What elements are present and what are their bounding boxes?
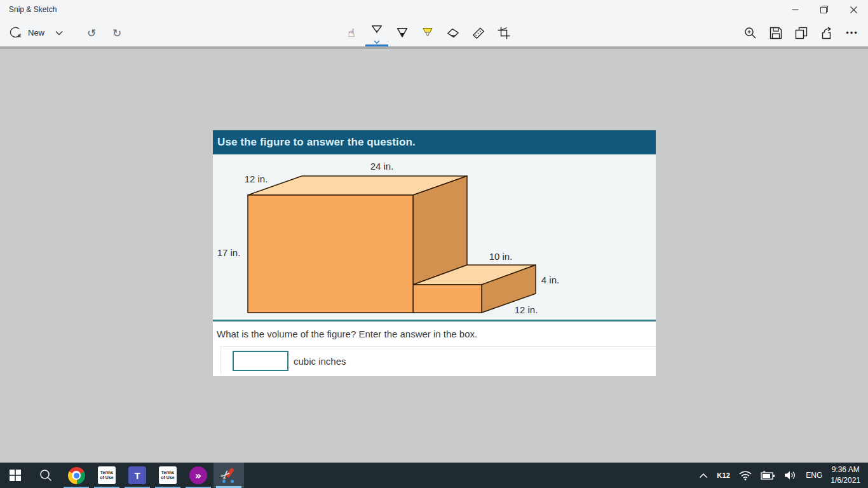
chevron-up-icon [699, 473, 708, 478]
new-snip-icon[interactable] [8, 25, 24, 41]
taskbar-item-purple-app[interactable]: » [183, 463, 214, 488]
zoom-button[interactable] [738, 19, 763, 46]
show-hidden-icons-button[interactable] [695, 463, 712, 488]
touch-writing-icon: ☝ [348, 26, 355, 39]
new-button[interactable]: New [28, 28, 44, 37]
teams-icon: T [128, 466, 146, 484]
minimize-icon [792, 6, 799, 13]
chrome-icon [68, 467, 85, 484]
figure-panel: 24 in. 12 in. 17 in. 10 in. 4 in. 12 in. [213, 154, 656, 320]
undo-button[interactable]: ↺ [79, 27, 104, 39]
copy-button[interactable] [789, 19, 814, 46]
taskbar-item-snip-sketch[interactable]: ✂ [214, 463, 244, 488]
taskbar-item-terms-of-use-2[interactable]: Terms of Use [153, 463, 183, 488]
system-tray: K12 ENG 9:36 A [695, 463, 868, 488]
save-button[interactable] [763, 19, 789, 46]
more-options-button[interactable]: ••• [839, 19, 865, 46]
ellipsis-icon: ••• [846, 28, 858, 37]
ballpoint-pen-icon [370, 24, 384, 37]
clock-date: 1/6/2021 [831, 475, 860, 486]
pencil-button[interactable] [390, 19, 415, 46]
crop-button[interactable] [491, 19, 517, 46]
ruler-icon [471, 27, 485, 39]
restore-icon [820, 6, 828, 13]
start-button[interactable] [0, 463, 31, 488]
label-step-depth: 10 in. [489, 251, 513, 262]
ruler-button[interactable] [466, 19, 491, 46]
k12-tray-item[interactable]: K12 [712, 463, 735, 488]
save-icon [770, 27, 782, 39]
restore-button[interactable] [810, 0, 839, 19]
share-button[interactable] [814, 19, 839, 46]
speaker-icon [784, 470, 797, 480]
label-step-height: 4 in. [541, 274, 559, 285]
label-top-depth: 12 in. [245, 173, 268, 184]
search-icon [39, 469, 52, 482]
copy-icon [795, 27, 808, 39]
highlighter-button[interactable] [415, 19, 440, 46]
close-icon [850, 6, 857, 13]
small-box-front-face [413, 285, 482, 313]
taskbar-item-chrome[interactable] [61, 463, 92, 488]
windows-logo-icon [10, 470, 21, 481]
search-button[interactable] [31, 463, 61, 488]
toolbar-right-group: ••• [738, 19, 865, 46]
big-box-front-face [248, 195, 413, 313]
label-left-height: 17 in. [217, 247, 241, 258]
pen-options-chevron-icon[interactable] [364, 40, 390, 44]
question-header-text: Use the figure to answer the question. [217, 136, 416, 149]
question-panel: What is the volume of the figure? Enter … [213, 322, 656, 376]
blue-dot [222, 480, 226, 483]
toolbar-left-group: New ↺ ↻ [8, 19, 130, 46]
editing-canvas[interactable]: Use the figure to answer the question. 2… [0, 49, 868, 463]
zoom-icon [744, 27, 757, 39]
clock-time: 9:36 AM [831, 464, 860, 475]
title-bar: Snip & Sketch [0, 0, 868, 19]
question-header-bar: Use the figure to answer the question. [213, 130, 656, 154]
terms-of-use-icon: Terms of Use [98, 466, 116, 484]
ballpoint-pen-button[interactable] [364, 19, 390, 46]
taskbar-item-terms-of-use-1[interactable]: Terms of Use [92, 463, 122, 488]
highlighter-icon [421, 27, 435, 39]
window-controls [780, 0, 868, 19]
minimize-button[interactable] [780, 0, 810, 19]
wifi-tray-button[interactable] [735, 463, 756, 488]
unit-label: cubic inches [294, 356, 346, 367]
answer-row: cubic inches [220, 346, 656, 375]
label-step-width: 12 in. [515, 304, 538, 315]
answer-input[interactable] [233, 351, 288, 371]
question-text: What is the volume of the figure? Enter … [213, 322, 656, 339]
ink-tools-group: ☝ [339, 19, 517, 46]
blue-dot [231, 480, 234, 483]
eraser-icon [446, 27, 460, 39]
crop-icon [498, 27, 510, 39]
language-indicator[interactable]: ENG [801, 463, 827, 488]
wifi-icon [739, 471, 752, 480]
snipped-screenshot: Use the figure to answer the question. 2… [213, 130, 656, 376]
snip-sketch-icon: ✂ [220, 466, 238, 484]
window-title: Snip & Sketch [9, 5, 57, 14]
battery-charging-icon [761, 471, 775, 480]
taskbar-item-teams[interactable]: T [122, 463, 153, 488]
taskbar: Terms of Use T Terms of Use » ✂ K12 [0, 463, 868, 488]
label-top-width: 24 in. [370, 161, 394, 172]
terms-of-use-icon: Terms of Use [159, 466, 177, 484]
new-dropdown-chevron-icon[interactable] [51, 30, 67, 36]
toolbar: New ↺ ↻ ☝ [0, 19, 868, 46]
step-solid-figure: 24 in. 12 in. 17 in. 10 in. 4 in. 12 in. [213, 154, 656, 320]
battery-tray-button[interactable] [756, 463, 780, 488]
eraser-button[interactable] [440, 19, 466, 46]
share-icon [820, 27, 833, 39]
touch-writing-button[interactable]: ☝ [339, 19, 364, 46]
redo-button[interactable]: ↻ [104, 27, 130, 39]
clock[interactable]: 9:36 AM 1/6/2021 [827, 464, 865, 487]
close-button[interactable] [839, 0, 868, 19]
pencil-icon [395, 27, 409, 39]
double-chevron-icon: » [189, 466, 207, 484]
volume-tray-button[interactable] [780, 463, 801, 488]
